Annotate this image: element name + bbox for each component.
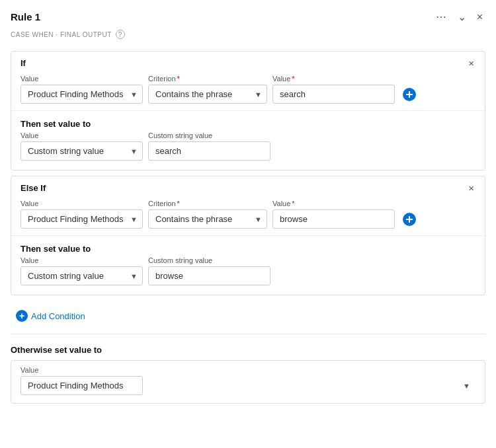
else-if-then-label: Then set value to <box>21 239 475 256</box>
else-if-value-label: Value <box>21 200 143 207</box>
else-if-value2-input[interactable] <box>272 209 395 229</box>
add-condition-label: Add Condition <box>31 311 85 321</box>
if-then-custom-label: Custom string value <box>148 131 270 139</box>
else-if-card: Else If × Value Product Finding Methods … <box>11 176 485 295</box>
if-then-value-select[interactable]: Custom string value <box>21 141 143 161</box>
if-then-row: Then set value to Value Custom string va… <box>11 110 485 170</box>
else-if-add-value-icon <box>402 212 417 227</box>
if-then-value-select-wrapper: Custom string value ▼ <box>21 141 143 161</box>
if-value2-input[interactable] <box>272 85 395 104</box>
if-criterion-select-wrapper: Contains the phrase ▼ <box>148 85 267 104</box>
if-then-custom-field-group: Custom string value <box>148 131 270 161</box>
if-card-close-button[interactable]: × <box>467 58 475 68</box>
if-add-value-button[interactable] <box>400 85 419 104</box>
close-rule-button[interactable]: × <box>474 10 485 24</box>
if-card-close-icon: × <box>468 57 474 69</box>
otherwise-section: Otherwise set value to Value Product Fin… <box>0 337 496 410</box>
if-then-custom-input[interactable] <box>148 141 270 161</box>
else-if-criterion-field-group: Criterion * Contains the phrase ▼ <box>148 200 267 229</box>
help-icon[interactable]: ? <box>116 30 125 39</box>
else-if-add-value-button[interactable] <box>400 210 419 229</box>
else-if-criterion-select-wrapper: Contains the phrase ▼ <box>148 209 267 229</box>
else-if-then-row: Then set value to Value Custom string va… <box>11 235 485 295</box>
if-value-select[interactable]: Product Finding Methods <box>21 85 143 104</box>
collapse-button[interactable]: ⌄ <box>455 9 469 24</box>
otherwise-value-select-wrapper: Product Finding Methods ▼ <box>21 376 475 395</box>
if-criterion-select[interactable]: Contains the phrase <box>148 85 267 104</box>
else-if-value2-label: Value * <box>272 200 395 207</box>
otherwise-label: Otherwise set value to <box>11 345 485 355</box>
collapse-icon: ⌄ <box>458 11 466 23</box>
else-if-card-header: Else If × <box>11 176 485 193</box>
else-if-value-field-group: Value Product Finding Methods ▼ <box>21 200 143 229</box>
if-label: If <box>21 58 26 68</box>
rule-title: Rule 1 <box>11 11 40 22</box>
rule-header: Rule 1 ⋯ ⌄ × <box>0 0 496 28</box>
else-if-then-value-select[interactable]: Custom string value <box>21 266 143 285</box>
header-actions: ⋯ ⌄ × <box>433 9 485 24</box>
section-divider <box>11 334 485 334</box>
otherwise-value-label: Value <box>21 366 475 374</box>
if-value2-required: * <box>292 75 294 83</box>
else-if-then-custom-label: Custom string value <box>148 256 270 264</box>
else-if-card-close-icon: × <box>468 182 474 194</box>
else-if-value-select-wrapper: Product Finding Methods ▼ <box>21 209 143 229</box>
close-rule-icon: × <box>477 11 483 23</box>
add-condition-row: + Add Condition <box>0 301 496 331</box>
if-card-header: If × <box>11 52 485 68</box>
else-if-card-close-button[interactable]: × <box>467 183 475 193</box>
else-if-criterion-select[interactable]: Contains the phrase <box>148 209 267 229</box>
else-if-then-custom-input[interactable] <box>148 266 270 285</box>
else-if-then-value-field-group: Value Custom string value ▼ <box>21 256 143 285</box>
if-add-value-icon <box>402 87 417 102</box>
if-criterion-field-group: Criterion * Contains the phrase ▼ <box>148 75 267 104</box>
if-criterion-label: Criterion * <box>148 75 267 83</box>
otherwise-value-field-group: Value Product Finding Methods ▼ <box>21 366 475 395</box>
rule-subtitle: CASE WHEN · FINAL OUTPUT ? <box>0 28 496 46</box>
more-options-button[interactable]: ⋯ <box>433 9 450 24</box>
else-if-value-select[interactable]: Product Finding Methods <box>21 209 143 229</box>
page-container: Rule 1 ⋯ ⌄ × CASE WHEN · FINAL OUTPUT ? … <box>0 0 496 448</box>
more-options-icon: ⋯ <box>436 11 447 23</box>
else-if-criterion-label: Criterion * <box>148 200 267 207</box>
add-condition-plus-icon: + <box>16 310 28 322</box>
otherwise-value-select[interactable]: Product Finding Methods <box>21 376 143 395</box>
if-value-label: Value <box>21 75 143 83</box>
if-condition-row: Value Product Finding Methods ▼ Criterio… <box>11 68 485 110</box>
else-if-condition-row: Value Product Finding Methods ▼ Criterio… <box>11 193 485 235</box>
else-if-then-fields: Value Custom string value ▼ Custom strin… <box>21 256 475 292</box>
else-if-then-custom-field-group: Custom string value <box>148 256 270 285</box>
if-value2-label: Value * <box>272 75 395 83</box>
otherwise-card: Value Product Finding Methods ▼ <box>11 360 485 404</box>
else-if-label: Else If <box>21 183 46 193</box>
if-then-fields: Value Custom string value ▼ Custom strin… <box>21 131 475 167</box>
else-if-then-value-label: Value <box>21 256 143 264</box>
if-value-field-group: Value Product Finding Methods ▼ <box>21 75 143 104</box>
if-then-value-field-group: Value Custom string value ▼ <box>21 131 143 161</box>
if-value-select-wrapper: Product Finding Methods ▼ <box>21 85 143 104</box>
else-if-value2-field-group: Value * <box>272 200 395 229</box>
add-condition-button[interactable]: + Add Condition <box>11 307 91 324</box>
if-then-value-label: Value <box>21 131 143 139</box>
else-if-value2-required: * <box>292 200 294 207</box>
else-if-criterion-required: * <box>177 200 180 207</box>
if-card: If × Value Product Finding Methods ▼ Cri… <box>11 51 485 170</box>
else-if-then-value-select-wrapper: Custom string value ▼ <box>21 266 143 285</box>
otherwise-value-chevron-icon: ▼ <box>463 382 470 390</box>
if-then-label: Then set value to <box>21 114 475 131</box>
if-value2-field-group: Value * <box>272 75 395 104</box>
if-criterion-required: * <box>177 75 180 83</box>
